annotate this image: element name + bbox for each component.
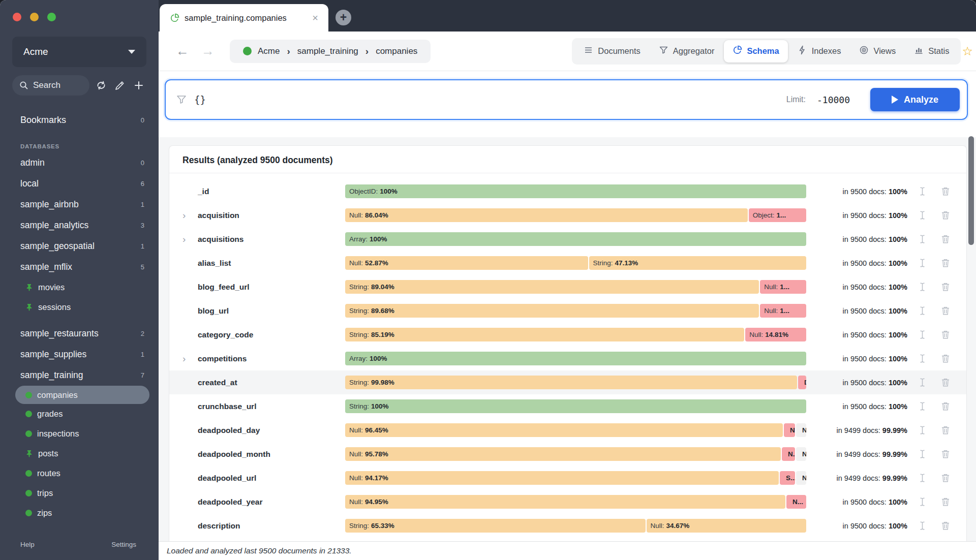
type-segment[interactable]: ObjectID:100% (345, 184, 806, 198)
type-segment[interactable]: Null:86.04% (345, 208, 748, 222)
rename-cursor-icon[interactable] (910, 449, 934, 459)
sidebar-item-companies[interactable]: companies (15, 386, 149, 404)
rename-cursor-icon[interactable] (910, 306, 934, 316)
type-segment[interactable]: Array:100% (345, 232, 806, 246)
type-distribution-bar[interactable]: Null:96.45%N.N (345, 423, 806, 437)
breadcrumb-database[interactable]: sample_training (297, 46, 358, 56)
tab-schema[interactable]: Schema (724, 40, 787, 63)
delete-field-icon[interactable] (934, 473, 957, 483)
type-segment[interactable]: Array:100% (345, 352, 806, 365)
query-bar[interactable]: {} Limit: -10000 Analyze (165, 79, 968, 120)
type-segment[interactable]: Null:14.81% (745, 328, 806, 341)
type-distribution-bar[interactable]: String:89.04%Null:1... (345, 280, 806, 294)
close-window-button[interactable] (13, 13, 21, 21)
type-distribution-bar[interactable]: Null:86.04%Object:1... (345, 208, 806, 222)
rename-cursor-icon[interactable] (910, 258, 934, 268)
rename-cursor-icon[interactable] (910, 282, 934, 292)
settings-link[interactable]: Settings (111, 541, 136, 548)
type-distribution-bar[interactable]: Null:94.17%S...N (345, 471, 806, 485)
delete-field-icon[interactable] (934, 401, 957, 411)
rename-cursor-icon[interactable] (910, 330, 934, 339)
type-distribution-bar[interactable]: String:99.98%D (345, 376, 806, 389)
refresh-button[interactable] (94, 76, 108, 95)
tab-views[interactable]: Views (850, 40, 904, 63)
delete-field-icon[interactable] (934, 378, 957, 387)
delete-field-icon[interactable] (934, 449, 957, 459)
breadcrumb-connection[interactable]: Acme (258, 46, 280, 56)
type-segment[interactable]: Null:1... (760, 304, 806, 318)
type-distribution-bar[interactable]: String:65.33%Null:34.67% (345, 519, 806, 533)
connection-select[interactable]: Acme (12, 37, 146, 67)
type-segment[interactable]: Null:52.87% (345, 256, 588, 270)
sidebar-item-sample_training[interactable]: sample_training7 (0, 365, 159, 386)
sidebar-item-sample_restaurants[interactable]: sample_restaurants2 (0, 323, 159, 344)
rename-cursor-icon[interactable] (910, 210, 934, 220)
expand-chevron-icon[interactable]: › (182, 234, 198, 245)
edit-connections-button[interactable] (112, 76, 127, 95)
search-input[interactable]: Search (12, 75, 89, 96)
type-segment[interactable]: Null:94.17% (345, 471, 779, 485)
tab-indexes[interactable]: Indexes (789, 40, 850, 63)
sidebar-item-sample_supplies[interactable]: sample_supplies1 (0, 344, 159, 365)
sidebar-item-local[interactable]: local6 (0, 173, 159, 194)
type-segment[interactable]: Null:94.95% (345, 495, 785, 509)
breadcrumb-collection[interactable]: companies (376, 46, 417, 56)
type-segment[interactable]: N.. (782, 447, 795, 461)
type-segment[interactable]: Object:1... (749, 208, 806, 222)
expand-chevron-icon[interactable]: › (182, 210, 198, 221)
tab-aggregator[interactable]: Aggregator (650, 40, 723, 63)
type-segment[interactable]: String:89.68% (345, 304, 759, 318)
sidebar-item-grades[interactable]: grades (0, 404, 159, 424)
sidebar-item-trips[interactable]: trips (0, 483, 159, 503)
sidebar-item-sessions[interactable]: sessions (0, 297, 159, 317)
delete-field-icon[interactable] (934, 210, 957, 220)
expand-chevron-icon[interactable]: › (182, 353, 198, 364)
delete-field-icon[interactable] (934, 234, 957, 244)
rename-cursor-icon[interactable] (910, 521, 934, 531)
type-distribution-bar[interactable]: Null:94.95%N... (345, 495, 806, 509)
type-distribution-bar[interactable]: ObjectID:100% (345, 184, 806, 198)
rename-cursor-icon[interactable] (910, 186, 934, 196)
type-distribution-bar[interactable]: Array:100% (345, 352, 806, 365)
limit-input[interactable]: -10000 (817, 95, 850, 105)
type-segment[interactable]: String:99.98% (345, 376, 797, 389)
type-distribution-bar[interactable]: Null:52.87%String:47.13% (345, 256, 806, 270)
type-segment[interactable]: String:85.19% (345, 328, 744, 341)
type-distribution-bar[interactable]: String:89.68%Null:1... (345, 304, 806, 318)
rename-cursor-icon[interactable] (910, 378, 934, 387)
type-distribution-bar[interactable]: String:85.19%Null:14.81% (345, 328, 806, 341)
type-segment[interactable]: D (798, 376, 806, 389)
delete-field-icon[interactable] (934, 282, 957, 292)
type-segment[interactable]: Null:95.78% (345, 447, 781, 461)
delete-field-icon[interactable] (934, 521, 957, 531)
close-tab-icon[interactable]: × (310, 12, 320, 24)
help-link[interactable]: Help (20, 541, 35, 548)
rename-cursor-icon[interactable] (910, 497, 934, 507)
type-distribution-bar[interactable]: Array:100% (345, 232, 806, 246)
add-connection-button[interactable] (132, 76, 146, 95)
type-segment[interactable]: String:65.33% (345, 519, 646, 533)
delete-field-icon[interactable] (934, 497, 957, 507)
type-segment[interactable]: N (796, 423, 806, 437)
type-segment[interactable]: N... (786, 495, 806, 509)
collection-tab[interactable]: sample_training.companies × (160, 4, 328, 32)
rename-cursor-icon[interactable] (910, 401, 934, 411)
filter-input[interactable]: {} (194, 94, 206, 105)
type-segment[interactable]: String:89.04% (345, 280, 759, 294)
rename-cursor-icon[interactable] (910, 473, 934, 483)
maximize-window-button[interactable] (47, 13, 56, 21)
rename-cursor-icon[interactable] (910, 234, 934, 244)
sidebar-item-sample_analytics[interactable]: sample_analytics3 (0, 215, 159, 236)
delete-field-icon[interactable] (934, 425, 957, 435)
delete-field-icon[interactable] (934, 354, 957, 363)
sidebar-item-posts[interactable]: posts (0, 444, 159, 463)
tab-statis[interactable]: Statis (905, 40, 958, 63)
forward-arrow-icon[interactable]: → (195, 43, 221, 59)
type-segment[interactable]: Null:1... (760, 280, 806, 294)
type-segment[interactable]: S... (780, 471, 795, 485)
scrollbar-thumb[interactable] (968, 136, 974, 245)
delete-field-icon[interactable] (934, 330, 957, 339)
type-segment[interactable]: Null:34.67% (647, 519, 806, 533)
type-segment[interactable]: N. (784, 423, 795, 437)
rename-cursor-icon[interactable] (910, 354, 934, 363)
